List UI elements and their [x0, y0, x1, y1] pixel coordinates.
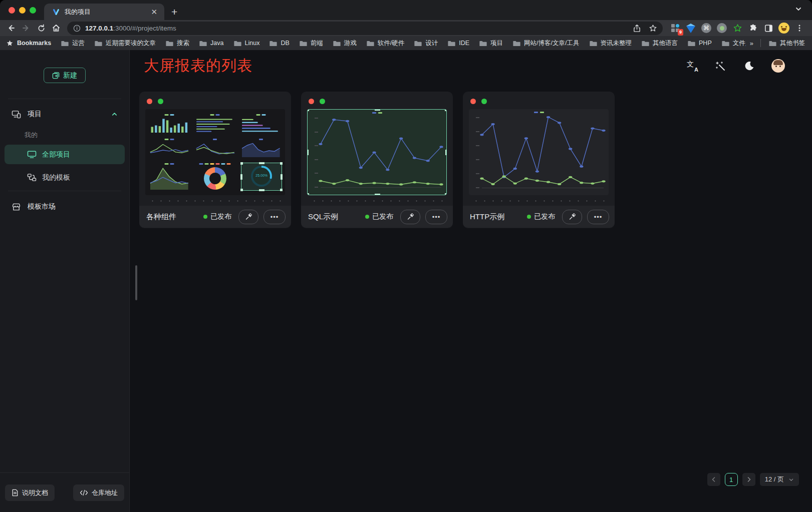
- chevron-down-icon: [788, 477, 794, 482]
- bookmark-folder[interactable]: PHP: [683, 40, 717, 47]
- zoom-window-button[interactable]: [30, 7, 36, 14]
- browser-menu-icon[interactable]: [793, 22, 806, 35]
- bookmark-folder[interactable]: 网站/博客/文章/工具: [508, 39, 584, 48]
- page-1-button[interactable]: 1: [725, 473, 738, 486]
- chevron-up-icon[interactable]: [111, 111, 118, 118]
- storefront-icon: [12, 203, 21, 211]
- extension-grid-icon[interactable]: 9: [669, 22, 682, 35]
- folder-icon: [513, 40, 520, 47]
- repo-button[interactable]: 仓库地址: [73, 484, 124, 501]
- bookmark-folder[interactable]: DB: [264, 40, 294, 47]
- forward-icon[interactable]: [19, 21, 33, 35]
- sidebar-item-all-projects[interactable]: 全部项目: [5, 145, 125, 164]
- edit-button[interactable]: [400, 210, 420, 224]
- bookmark-folder[interactable]: IDE: [443, 40, 474, 47]
- bookmark-folder[interactable]: 游戏: [328, 39, 362, 48]
- tab-search-chevron-icon[interactable]: [795, 6, 802, 13]
- reload-icon[interactable]: [34, 21, 48, 35]
- bookmark-folder[interactable]: 资讯未整理: [585, 39, 637, 48]
- bookmark-folder[interactable]: 软件/硬件: [362, 39, 409, 48]
- bookmark-folder[interactable]: 项目: [474, 39, 508, 48]
- page-title: 大屏报表的列表: [144, 56, 252, 76]
- extension-gem-icon[interactable]: [684, 22, 697, 35]
- status-badge: 已发布: [203, 212, 231, 221]
- bookmark-folder[interactable]: 设计: [409, 39, 443, 48]
- extensions-puzzle-icon[interactable]: [746, 22, 759, 35]
- mini-gauge-selected: 25.00%: [240, 163, 282, 191]
- project-card[interactable]: SQL示例 已发布 •••: [301, 92, 453, 228]
- divider: [8, 191, 121, 191]
- goview-app: 新建 项目 我的: [0, 50, 812, 512]
- gauge-value: 25.00%: [241, 174, 282, 177]
- status-badge: 已发布: [365, 212, 393, 221]
- bookmark-star-icon[interactable]: [646, 21, 660, 35]
- project-cards: 25.00% 各种组件 已发布 •••: [130, 82, 812, 228]
- docs-button[interactable]: 说明文档: [5, 484, 55, 501]
- other-bookmarks-folder[interactable]: 其他书签: [764, 39, 806, 48]
- folder-icon: [448, 40, 455, 47]
- extension-star-icon[interactable]: [731, 22, 744, 35]
- bookmarks-overflow-chevron[interactable]: »: [746, 40, 757, 47]
- project-thumbnail: 25.00%: [145, 109, 285, 195]
- bookmarks-separator: [760, 39, 761, 47]
- card-dots: [307, 97, 447, 109]
- folder-icon: [269, 40, 277, 47]
- bookmark-folder[interactable]: 前端: [295, 39, 328, 48]
- folder-icon: [333, 40, 341, 47]
- extension-dot-icon[interactable]: [715, 22, 728, 35]
- sidebar-group-mine: 我的: [5, 125, 125, 145]
- bookmark-folder[interactable]: 其他语言: [637, 39, 683, 48]
- sidebar-item-template-market[interactable]: 模板市场: [5, 196, 125, 217]
- language-icon[interactable]: 文A: [687, 61, 698, 71]
- folder-icon: [367, 40, 374, 47]
- magic-wand-icon[interactable]: [714, 60, 726, 72]
- address-bar[interactable]: 127.0.0.1:3000/#/project/items: [67, 22, 663, 35]
- sidebar-menu: 项目 我的 全部项目 我的模板: [0, 99, 129, 217]
- chart-legend: [534, 112, 544, 113]
- code-icon: [80, 489, 88, 496]
- next-page-button[interactable]: [742, 473, 755, 486]
- close-window-button[interactable]: [9, 7, 15, 14]
- more-button[interactable]: •••: [587, 210, 609, 224]
- folder-icon: [414, 40, 422, 47]
- sidebar-section-project[interactable]: 项目: [5, 104, 125, 125]
- macos-traffic-lights: [0, 0, 44, 20]
- project-card[interactable]: HTTP示例 已发布 •••: [463, 92, 615, 228]
- prev-page-button[interactable]: [707, 473, 720, 486]
- user-avatar[interactable]: [771, 59, 785, 73]
- folder-icon: [722, 40, 729, 47]
- site-info-icon[interactable]: [73, 25, 81, 32]
- folder-icon: [234, 40, 241, 47]
- browser-toolbar: 127.0.0.1:3000/#/project/items 9 ⌘: [0, 20, 812, 36]
- tab-close-icon[interactable]: ✕: [149, 8, 159, 17]
- bookmark-folder[interactable]: 运营: [56, 39, 90, 48]
- new-project-button[interactable]: 新建: [44, 68, 86, 83]
- status-dot: [527, 215, 531, 219]
- bookmark-folder[interactable]: Linux: [229, 40, 265, 47]
- edit-button[interactable]: [238, 210, 258, 224]
- project-card[interactable]: 25.00% 各种组件 已发布 •••: [139, 92, 291, 228]
- edit-button[interactable]: [562, 210, 582, 224]
- browser-tab[interactable]: 我的项目 ✕: [44, 4, 164, 20]
- side-panel-icon[interactable]: [762, 22, 775, 35]
- home-icon[interactable]: [49, 21, 63, 35]
- minimize-window-button[interactable]: [19, 7, 26, 14]
- status-dot: [203, 215, 207, 219]
- share-icon[interactable]: [630, 21, 644, 35]
- dark-mode-moon-icon[interactable]: [743, 60, 755, 72]
- bookmarks-manager[interactable]: Bookmarks: [6, 40, 51, 47]
- scrollbar-thumb[interactable]: [135, 265, 137, 300]
- new-tab-button[interactable]: +: [171, 6, 177, 18]
- bookmark-folder[interactable]: 搜索: [161, 39, 194, 48]
- card-footer: HTTP示例 已发布 •••: [463, 206, 615, 228]
- more-button[interactable]: •••: [263, 210, 286, 224]
- more-button[interactable]: •••: [425, 210, 447, 224]
- page-size-select[interactable]: 12 / 页: [760, 473, 799, 486]
- bookmark-folder[interactable]: Java: [194, 40, 228, 47]
- sidebar-item-my-templates[interactable]: 我的模板: [5, 168, 125, 187]
- bookmark-folder[interactable]: 近期需要读的文章: [90, 39, 161, 48]
- bookmark-folder[interactable]: 文件服务器: [717, 39, 746, 48]
- extension-command-icon[interactable]: ⌘: [700, 22, 713, 35]
- profile-avatar[interactable]: [777, 22, 790, 35]
- back-icon[interactable]: [4, 21, 18, 35]
